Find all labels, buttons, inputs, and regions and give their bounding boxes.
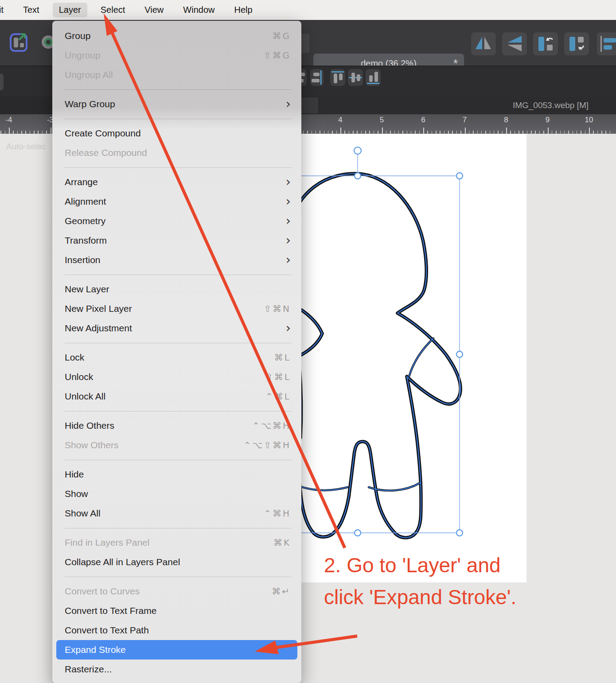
ruler-tick [423,128,424,134]
menubar-item-layer[interactable]: Layer [53,3,87,17]
menu-item-convert-to-text-path[interactable]: Convert to Text Path [52,621,301,640]
menu-separator [52,572,301,582]
menu-item-expand-stroke[interactable]: Expand Stroke [56,640,297,660]
submenu-chevron-icon: › [286,236,291,245]
menu-item-label: Convert to Text Path [65,625,291,636]
align-middle-vertical-button[interactable] [348,69,363,86]
menu-item-insertion[interactable]: Insertion› [52,250,301,270]
menubar-item-select[interactable]: Select [94,3,132,17]
align-left-button[interactable] [597,32,616,55]
menubar-item-view[interactable]: View [138,3,170,17]
top-center-handle[interactable] [355,173,361,179]
menu-item-rasterize[interactable]: Rasterize... [52,660,301,679]
ruler-tick [402,131,403,134]
menubar: itTextLayerSelectViewWindowHelp [0,0,616,20]
auto-select-checkbox[interactable] [0,74,4,90]
ruler-tick [316,131,316,134]
ruler-tick [573,131,573,134]
annotation-text-line2: click 'Expand Stroke'. [324,585,516,609]
align-top-icon [330,69,345,86]
bottom-center-handle[interactable] [355,530,361,536]
ruler-tick [0,131,1,134]
ruler-tick [436,131,437,134]
ruler-tick [353,131,354,134]
submenu-chevron-icon: › [286,100,291,109]
menu-item-show[interactable]: Show [52,484,301,504]
ruler-label-9: 9 [546,116,550,124]
menu-item-alignment[interactable]: Alignment› [52,192,301,211]
menu-item-shortcut: ⇧⌘N [264,303,291,314]
menu-item-new-adjustment[interactable]: New Adjustment› [52,318,301,338]
flip-vertical-button[interactable] [502,32,527,55]
align-right-button[interactable] [310,69,324,86]
menu-item-label: Alignment [65,196,280,207]
menu-item-label: Release Compound [65,147,291,158]
rotate-clockwise-button[interactable] [564,32,589,55]
menu-item-label: Show All [65,508,264,519]
bottom-right-handle[interactable] [456,530,463,536]
menu-item-group[interactable]: Group⌘G [52,26,301,46]
menu-item-geometry[interactable]: Geometry› [52,211,301,231]
ruler-tick [25,131,26,134]
menubar-item-help[interactable]: Help [228,3,258,17]
resize-document-icon[interactable] [9,31,29,53]
ruler-tick [490,131,491,134]
menu-item-convert-to-text-frame[interactable]: Convert to Text Frame [52,601,301,621]
rotation-handle[interactable] [354,147,361,154]
align-bottom-button[interactable] [366,69,381,86]
ruler-tick [522,131,523,134]
top-right-handle[interactable] [456,173,463,179]
ruler-tick [398,131,399,134]
ruler-tick [365,131,366,134]
ruler-tick [21,131,22,134]
menu-item-arrange[interactable]: Arrange› [52,172,301,192]
ruler-tick [519,131,519,134]
ruler-tick [30,131,31,134]
menubar-item-window[interactable]: Window [177,3,221,17]
menu-item-create-compound[interactable]: Create Compound [52,124,301,143]
menu-item-label: Transform [65,235,280,246]
ruler-label--4: -4 [5,116,12,124]
menu-separator [52,85,301,94]
align-middle-vertical-icon [348,69,363,86]
menu-item-warp-group[interactable]: Warp Group› [52,94,301,114]
menu-item-hide-others[interactable]: Hide Others⌃⌥⌘H [52,416,301,435]
menu-item-transform[interactable]: Transform› [52,231,301,250]
menu-item-shortcut: ⌃⌥⌘H [252,420,291,431]
menubar-item-text[interactable]: Text [17,3,46,17]
ruler-tick [556,131,557,134]
menu-item-unlock-all[interactable]: Unlock All⌃⌘L [52,387,301,406]
right-middle-handle[interactable] [456,351,463,357]
menu-item-new-pixel-layer[interactable]: New Pixel Layer⇧⌘N [52,299,301,318]
ruler-tick [477,131,478,134]
ruler-tick [444,131,445,134]
align-top-button[interactable] [330,69,345,86]
menu-item-shortcut: ⌘K [273,537,291,548]
menu-item-label: New Adjustment [65,323,280,334]
ruler-tick [46,131,47,134]
menu-item-hide[interactable]: Hide [52,465,301,484]
flip-horizontal-button[interactable] [471,32,496,55]
rotate-counterclockwise-button[interactable] [533,32,558,55]
menu-item-collapse-all-in-layers-panel[interactable]: Collapse All in Layers Panel [52,552,301,572]
menu-item-ungroup: Ungroup⇧⌘G [52,46,301,65]
submenu-chevron-icon: › [286,217,291,225]
menu-item-ungroup-all: Ungroup All [52,65,301,85]
ruler-tick [597,131,598,134]
menu-item-unlock[interactable]: Unlock⇧⌘L [52,367,301,387]
ruler-tick [349,131,350,134]
submenu-chevron-icon: › [286,256,291,264]
menubar-item-it[interactable]: it [0,3,10,17]
menu-item-label: Arrange [65,177,280,187]
ruler-tick [369,131,370,134]
document-tab[interactable]: IMG_0053.webp [M] [319,97,616,114]
ruler-tick [336,131,337,134]
ruler-tick [382,128,383,134]
menu-item-label: Insertion [65,255,280,265]
ruler-tick [328,131,329,134]
ruler-tick [320,131,320,134]
submenu-chevron-icon: › [286,324,291,333]
menu-item-new-layer[interactable]: New Layer [52,279,301,299]
menu-item-show-all[interactable]: Show All⌃⌘H [52,504,301,523]
menu-item-lock[interactable]: Lock⌘L [52,348,301,367]
